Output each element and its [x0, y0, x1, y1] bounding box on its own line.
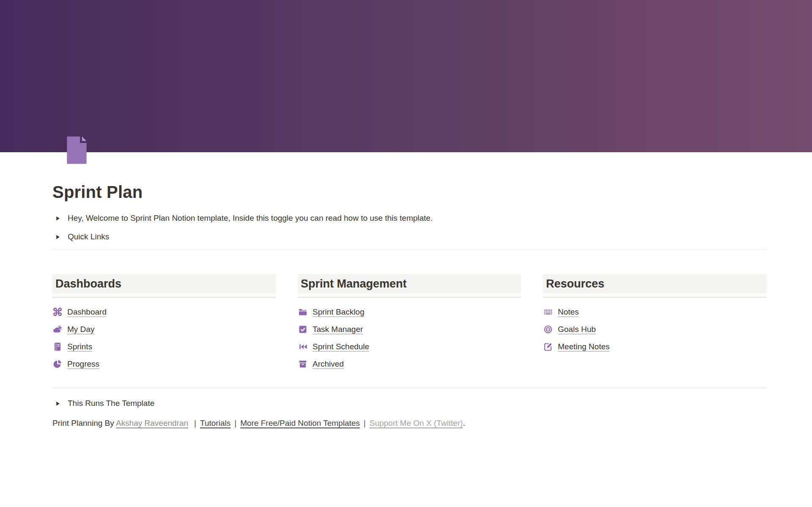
page-link-sprints[interactable]: Sprints — [52, 341, 92, 352]
footer-separator: | — [234, 419, 236, 428]
page-link-meeting-notes[interactable]: Meeting Notes — [543, 341, 610, 352]
page-link-sprint-backlog[interactable]: Sprint Backlog — [298, 307, 365, 318]
toggle-triangle-icon — [52, 398, 63, 408]
page-link-progress[interactable]: Progress — [52, 359, 99, 370]
page-body: Sprint Plan Hey, Welcome to Sprint Plan … — [0, 152, 812, 430]
divider — [298, 297, 521, 298]
page-link-sprint-schedule[interactable]: Sprint Schedule — [298, 341, 369, 352]
toggle-runs-template-label: This Runs The Template — [68, 399, 154, 408]
link-columns: Dashboards ⌘ Dashboard — [52, 274, 766, 376]
folder-icon — [298, 307, 308, 317]
target-icon — [543, 324, 553, 334]
rewind-icon — [298, 342, 308, 352]
column-heading: Resources — [543, 274, 766, 293]
column-heading: Dashboards — [52, 274, 276, 293]
column-dashboards: Dashboards ⌘ Dashboard — [52, 274, 276, 376]
toggle-welcome-label: Hey, Welcome to Sprint Plan Notion templ… — [68, 214, 433, 223]
page-link-notes[interactable]: Notes — [543, 307, 579, 318]
divider — [52, 297, 276, 298]
page-link-task-manager[interactable]: Task Manager — [298, 324, 363, 335]
divider — [543, 297, 766, 298]
toggle-welcome[interactable]: Hey, Welcome to Sprint Plan Notion templ… — [52, 211, 766, 225]
footer-link-support-twitter[interactable]: Support Me On X (Twitter) — [370, 419, 463, 428]
footer-separator: | — [364, 419, 366, 428]
column-heading: Sprint Management — [298, 274, 521, 293]
checkbox-icon — [298, 324, 308, 334]
footer-link-author[interactable]: Akshay Raveendran — [116, 419, 188, 428]
divider — [52, 249, 766, 250]
column-sprint-management: Sprint Management Sprint Backlog — [298, 274, 521, 376]
footer-link-more-templates[interactable]: More Free/Paid Notion Templates — [240, 419, 360, 428]
page-link-dashboard[interactable]: ⌘ Dashboard — [52, 307, 107, 318]
footer-link-tutorials[interactable]: Tutorials — [200, 419, 230, 428]
footer-suffix: . — [463, 419, 465, 428]
toggle-triangle-icon — [52, 232, 63, 242]
toggle-quick-links[interactable]: Quick Links — [52, 230, 766, 244]
document-icon — [52, 342, 63, 352]
divider — [52, 388, 766, 388]
toggle-quick-links-label: Quick Links — [68, 232, 109, 241]
page-link-archived[interactable]: Archived — [298, 359, 344, 370]
command-icon: ⌘ — [52, 307, 63, 317]
page-link-goals-hub[interactable]: Goals Hub — [543, 324, 596, 335]
footer-separator: | — [194, 419, 196, 428]
pie-chart-icon — [52, 359, 63, 369]
keyboard-icon — [543, 307, 553, 317]
sun-cloud-icon — [52, 324, 63, 334]
toggle-runs-template[interactable]: This Runs The Template — [52, 397, 766, 410]
compose-icon — [543, 342, 553, 352]
footer-credits: Print Planning By Akshay Raveendran|Tuto… — [52, 417, 766, 430]
page-link-my-day[interactable]: My Day — [52, 324, 94, 335]
toggle-triangle-icon — [52, 213, 63, 223]
footer-prefix: Print Planning By — [52, 419, 116, 428]
column-resources: Resources Notes — [543, 274, 766, 376]
page-cover — [0, 0, 812, 152]
page-title[interactable]: Sprint Plan — [52, 152, 766, 202]
archive-icon — [298, 359, 308, 369]
